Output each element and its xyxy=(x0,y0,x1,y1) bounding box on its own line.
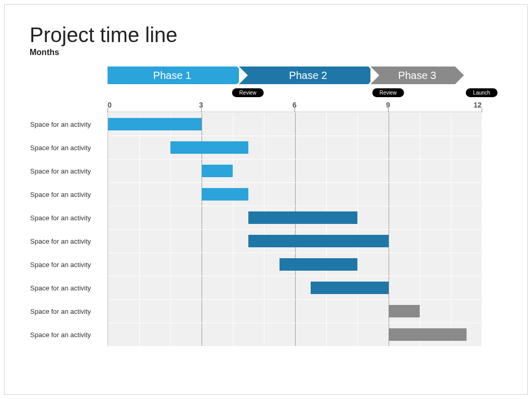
phase-arrow: Phase 2 xyxy=(239,66,368,84)
gantt-bar xyxy=(248,211,357,224)
table-row: Space for an activity xyxy=(108,182,481,206)
activity-label: Space for an activity xyxy=(30,121,108,128)
table-row: Space for an activity xyxy=(108,299,481,323)
milestone-pill: Launch xyxy=(466,88,498,97)
table-row: Space for an activity xyxy=(108,206,481,229)
gantt-bar xyxy=(170,141,248,154)
activity-label: Space for an activity xyxy=(30,261,108,269)
activity-label: Space for an activity xyxy=(30,144,108,152)
activity-label: Space for an activity xyxy=(30,284,108,292)
table-row: Space for an activity xyxy=(108,229,481,252)
activity-label: Space for an activity xyxy=(30,191,108,198)
table-row: Space for an activity xyxy=(108,136,481,159)
x-tick-mark xyxy=(388,108,389,112)
gantt-bar xyxy=(108,118,202,130)
gantt-bar xyxy=(202,165,233,177)
milestone-row: ReviewReviewLaunch xyxy=(108,88,482,99)
gantt-bar xyxy=(389,305,420,317)
phase-label: Phase 2 xyxy=(289,70,327,82)
table-row: Space for an activity xyxy=(108,159,481,182)
gantt-bar xyxy=(389,328,467,341)
table-row: Space for an activity xyxy=(108,323,481,346)
table-row: Space for an activity xyxy=(108,252,481,276)
x-tick-mark xyxy=(295,108,295,112)
x-tick-mark xyxy=(482,108,482,112)
table-row: Space for an activity xyxy=(108,112,481,136)
gantt-bar xyxy=(202,188,248,201)
gantt-bar xyxy=(311,282,389,294)
gantt-bar xyxy=(248,235,389,247)
x-tick-mark xyxy=(108,108,108,112)
x-axis: 036912 xyxy=(108,101,482,112)
phase-label: Phase 3 xyxy=(398,70,436,82)
phase-label: Phase 1 xyxy=(153,70,191,82)
page-subtitle: Months xyxy=(30,48,504,57)
activity-label: Space for an activity xyxy=(30,214,108,222)
plot-area: Space for an activitySpace for an activi… xyxy=(108,112,482,346)
milestone-pill: Review xyxy=(373,88,404,97)
x-tick-label: 0 xyxy=(108,101,112,109)
milestone-pill: Review xyxy=(232,88,264,97)
gantt-bar xyxy=(280,258,357,271)
page-title: Project time line xyxy=(30,23,504,47)
x-tick-label: 12 xyxy=(473,101,482,109)
activity-label: Space for an activity xyxy=(30,167,108,175)
slide-frame: Project time line Months Phase 1Phase 2P… xyxy=(4,4,528,395)
phase-arrow: Phase 3 xyxy=(370,66,455,84)
phase-arrow-row: Phase 1Phase 2Phase 3 xyxy=(108,66,482,84)
table-row: Space for an activity xyxy=(108,276,481,299)
gantt-chart: Phase 1Phase 2Phase 3 ReviewReviewLaunch… xyxy=(108,66,482,346)
activity-label: Space for an activity xyxy=(30,331,108,339)
activity-label: Space for an activity xyxy=(30,308,108,315)
x-tick-mark xyxy=(201,108,202,112)
activity-label: Space for an activity xyxy=(30,237,108,245)
phase-arrow: Phase 1 xyxy=(108,66,237,84)
